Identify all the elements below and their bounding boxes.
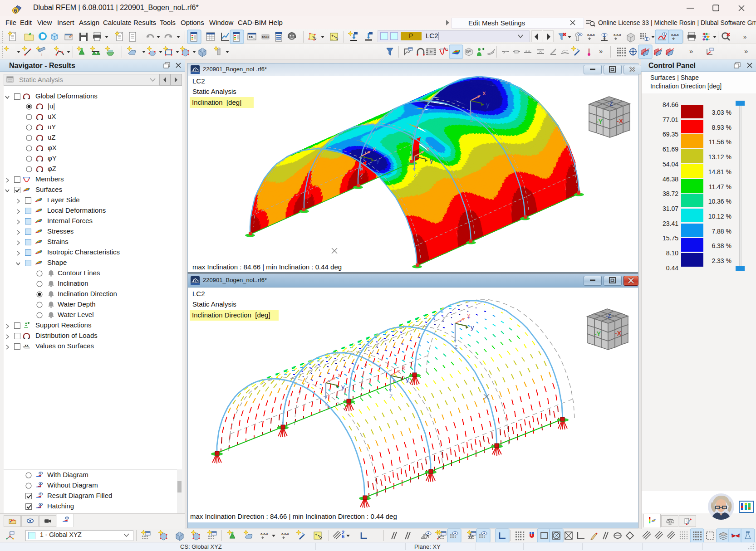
svg-text:x.x.x: x.x.x — [614, 33, 622, 37]
svg-text:I: I — [41, 53, 42, 57]
svg-text:>SC: >SC — [262, 35, 269, 39]
svg-text:y: y — [406, 375, 409, 383]
svg-text:-: - — [315, 536, 316, 540]
svg-text:x.x.x: x.x.x — [671, 33, 679, 37]
svg-text:-Y: -Y — [594, 330, 601, 337]
svg-text:x: x — [338, 371, 341, 379]
svg-text:-Y: -Y — [596, 118, 603, 125]
svg-text:z: z — [360, 171, 363, 179]
svg-text:y: y — [471, 323, 474, 331]
svg-text:z: z — [389, 392, 393, 400]
svg-text:»: » — [743, 34, 746, 40]
svg-text:-: - — [331, 37, 333, 41]
svg-text:-Z: -Z — [606, 313, 611, 319]
svg-text:z: z — [413, 171, 417, 179]
svg-text:x: x — [402, 364, 406, 371]
svg-text:y: y — [430, 156, 433, 164]
svg-text:x: x — [467, 312, 471, 319]
svg-text:-X: -X — [615, 330, 622, 337]
svg-text:z: z — [454, 342, 458, 350]
svg-text:y: y — [486, 101, 490, 108]
svg-text:x.x.x: x.x.x — [260, 531, 269, 536]
svg-text:z: z — [470, 115, 473, 123]
svg-text:x: x — [426, 145, 430, 152]
svg-text:x.x.x: x.x.x — [281, 531, 290, 536]
svg-text:-Z: -Z — [608, 101, 613, 107]
svg-text:y: y — [341, 383, 345, 390]
svg-text:y: y — [376, 156, 380, 164]
svg-text:6: 6 — [14, 7, 17, 14]
svg-text:xx: xx — [25, 343, 29, 347]
svg-text:z: z — [325, 399, 329, 407]
svg-text:x: x — [373, 145, 376, 152]
svg-text:x.x.x: x.x.x — [587, 33, 595, 37]
svg-text:>>_: >>_ — [249, 35, 255, 39]
svg-text:-X: -X — [617, 117, 623, 125]
svg-text:x: x — [482, 89, 486, 97]
